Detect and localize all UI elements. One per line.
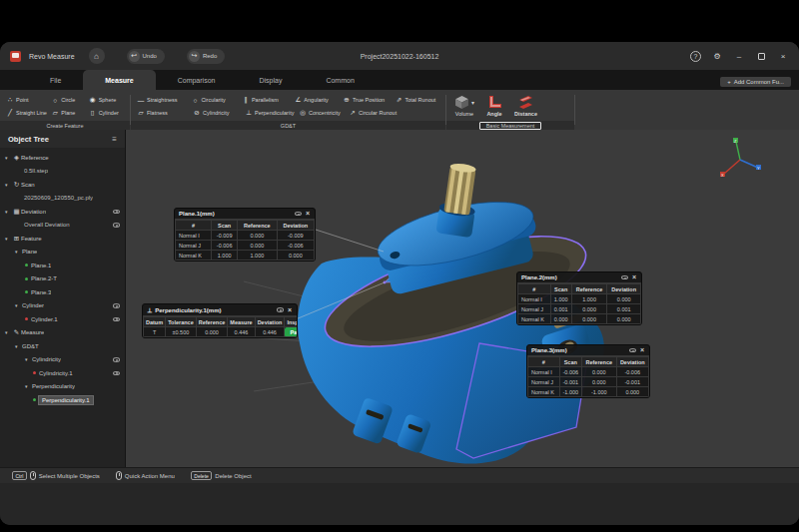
eye-icon[interactable] bbox=[113, 371, 120, 376]
eye-icon[interactable] bbox=[621, 275, 628, 280]
tab-common[interactable]: Common bbox=[304, 70, 376, 90]
tool-distance[interactable]: Distance bbox=[514, 95, 537, 117]
tab-comparison[interactable]: Comparison bbox=[156, 70, 238, 90]
tree-item-plane3[interactable]: Plane.3 bbox=[0, 285, 125, 299]
tree-item-cylinder-group[interactable]: ▾Cylinder bbox=[0, 299, 125, 313]
plane-icon: ▱ bbox=[51, 109, 59, 117]
eye-icon[interactable] bbox=[113, 357, 120, 362]
eye-icon[interactable] bbox=[277, 307, 284, 312]
close-icon[interactable]: × bbox=[631, 274, 637, 280]
annotation-title: Plane.3(mm) bbox=[531, 347, 567, 353]
tool-sphere[interactable]: ◉Sphere bbox=[87, 96, 126, 104]
tool-angularity[interactable]: ∠Angularity bbox=[292, 96, 341, 104]
eye-icon[interactable] bbox=[629, 348, 636, 353]
tree-item-cylindricity1[interactable]: Cylindricity.1 bbox=[0, 366, 125, 380]
settings-button[interactable]: ⚙ bbox=[711, 50, 723, 62]
tree-item-deviation[interactable]: ▾▦Deviation bbox=[0, 205, 125, 219]
tool-cylindricity[interactable]: ⊘Cylindricity bbox=[191, 109, 243, 117]
chevron-down-icon[interactable]: ▾ bbox=[471, 99, 474, 106]
tree-menu-icon[interactable]: ≡ bbox=[112, 135, 117, 144]
tool-circularity[interactable]: ○Circularity bbox=[189, 96, 240, 104]
chevron-down-icon[interactable]: ▾ bbox=[5, 236, 12, 242]
chevron-down-icon[interactable]: ▾ bbox=[5, 329, 12, 335]
tool-angle[interactable]: Angle bbox=[486, 95, 502, 117]
annotation-plane1[interactable]: Plane.1(mm) × # Scan Reference Deviation… bbox=[174, 208, 316, 262]
tool-volume[interactable]: ▾ Volume bbox=[454, 95, 474, 117]
tool-perpendicularity[interactable]: ⊥Perpendicularity bbox=[243, 109, 297, 117]
tree-item-scan[interactable]: ▾↻Scan bbox=[0, 178, 125, 192]
tree-item-reference-file[interactable]: 0.5ll.step bbox=[0, 165, 125, 179]
tree-item-overall-deviation[interactable]: Overall Deviation bbox=[0, 219, 125, 233]
tool-total-runout[interactable]: ⇗Total Runout bbox=[393, 96, 441, 104]
close-icon[interactable]: × bbox=[287, 307, 293, 313]
tree-item-gdt-group[interactable]: ▾GD&T bbox=[0, 339, 125, 353]
tree-item-perpendicularity1[interactable]: Perpendicularity.1 bbox=[0, 393, 125, 407]
tool-true-position[interactable]: ⊕True Position bbox=[341, 96, 393, 104]
col-header: # bbox=[528, 357, 560, 367]
chevron-down-icon[interactable]: ▾ bbox=[15, 343, 22, 349]
tool-parallelism[interactable]: ∥Parallelism bbox=[240, 96, 292, 104]
tab-measure[interactable]: Measure bbox=[83, 70, 155, 90]
tool-point[interactable]: ∴Point bbox=[4, 96, 49, 104]
tree-item-plane2t[interactable]: Plane.2-T bbox=[0, 272, 125, 286]
tab-file[interactable]: File bbox=[28, 70, 83, 90]
shortcut-label: Delete Object bbox=[215, 473, 251, 479]
tool-label: Sphere bbox=[99, 97, 117, 103]
chevron-down-icon[interactable]: ▾ bbox=[15, 302, 22, 308]
tab-display[interactable]: Display bbox=[237, 70, 304, 90]
col-header: Deviation bbox=[255, 317, 285, 327]
eye-icon[interactable] bbox=[113, 223, 120, 228]
eye-icon[interactable] bbox=[113, 317, 120, 322]
eye-icon[interactable] bbox=[295, 212, 302, 217]
minimize-button[interactable]: – bbox=[733, 50, 745, 62]
home-button[interactable]: ⌂ bbox=[89, 48, 105, 64]
chevron-down-icon[interactable]: ▾ bbox=[5, 155, 12, 161]
chevron-down-icon[interactable]: ▾ bbox=[25, 383, 32, 389]
chevron-down-icon[interactable]: ▾ bbox=[25, 356, 32, 362]
tree-item-perpendicularity-group[interactable]: ▾Perpendicularity bbox=[0, 380, 125, 394]
annotation-title: Plane.2(mm) bbox=[521, 274, 557, 280]
tool-circular-runout[interactable]: ↗Circular Runout bbox=[347, 109, 400, 117]
cell: Normal J bbox=[176, 241, 212, 251]
tree-item-cylinder1[interactable]: Cylinder.1 bbox=[0, 312, 125, 326]
tool-circle[interactable]: ○Circle bbox=[49, 96, 86, 104]
tree-item-plane-group[interactable]: ▾Plane bbox=[0, 246, 125, 260]
maximize-button[interactable] bbox=[755, 50, 767, 62]
col-header: Measure bbox=[228, 317, 255, 327]
annotation-perpendicularity1[interactable]: ⊥ Perpendicularity.1(mm) × Datum Toleran… bbox=[142, 303, 298, 338]
tool-plane[interactable]: ▱Plane bbox=[49, 109, 86, 117]
annotation-plane3[interactable]: Plane.3(mm) × # Scan Reference Deviation… bbox=[526, 344, 650, 398]
annotation-plane2[interactable]: Plane.2(mm) × # Scan Reference Deviation… bbox=[516, 271, 642, 325]
tree-item-scan-file[interactable]: 20250609_120550_pc.ply bbox=[0, 192, 125, 206]
cell: 0.000 bbox=[277, 251, 314, 261]
axis-triad[interactable]: Z X Y bbox=[720, 138, 761, 178]
chevron-down-icon[interactable]: ▾ bbox=[5, 209, 12, 215]
tool-flatness[interactable]: ▱Flatness bbox=[135, 109, 191, 117]
tree-item-plane1[interactable]: Plane.1 bbox=[0, 259, 125, 272]
tree-item-measure[interactable]: ▾✎Measure bbox=[0, 326, 125, 340]
tool-concentricity[interactable]: ◎Concentricity bbox=[297, 109, 347, 117]
cell: 0.000 bbox=[238, 241, 278, 251]
help-button[interactable]: ? bbox=[690, 51, 701, 62]
tree-item-reference[interactable]: ▾◈Reference bbox=[0, 151, 125, 165]
eye-icon[interactable] bbox=[113, 303, 120, 308]
redo-button[interactable]: ↪ Redo bbox=[187, 49, 225, 64]
viewport-3d[interactable]: Z X Y Plane.1(mm) × bbox=[126, 130, 799, 467]
tool-straightness[interactable]: —Straightness bbox=[135, 96, 189, 104]
eye-icon[interactable] bbox=[113, 210, 120, 215]
shortcut-delete-object: Delete Delete Object bbox=[191, 471, 252, 480]
straight-line-icon: ╱ bbox=[6, 109, 14, 117]
cell: Normal I bbox=[518, 294, 551, 304]
tree-item-feature[interactable]: ▾⊞Feature bbox=[0, 232, 125, 246]
close-icon[interactable]: × bbox=[639, 347, 645, 353]
tool-cylinder[interactable]: ▯Cylinder bbox=[87, 109, 126, 117]
tool-straight-line[interactable]: ╱Straight Line bbox=[4, 109, 49, 117]
add-common-function-button[interactable]: + Add Common Fu... bbox=[720, 77, 791, 87]
undo-button[interactable]: ↩ Undo bbox=[127, 49, 165, 64]
chevron-down-icon[interactable]: ▾ bbox=[5, 182, 12, 188]
close-button[interactable]: × bbox=[777, 50, 789, 62]
tree-item-cylindricity-group[interactable]: ▾Cylindricity bbox=[0, 353, 125, 367]
close-icon[interactable]: × bbox=[305, 211, 311, 217]
tool-label: Cylindricity bbox=[203, 110, 230, 116]
chevron-down-icon[interactable]: ▾ bbox=[15, 249, 22, 255]
